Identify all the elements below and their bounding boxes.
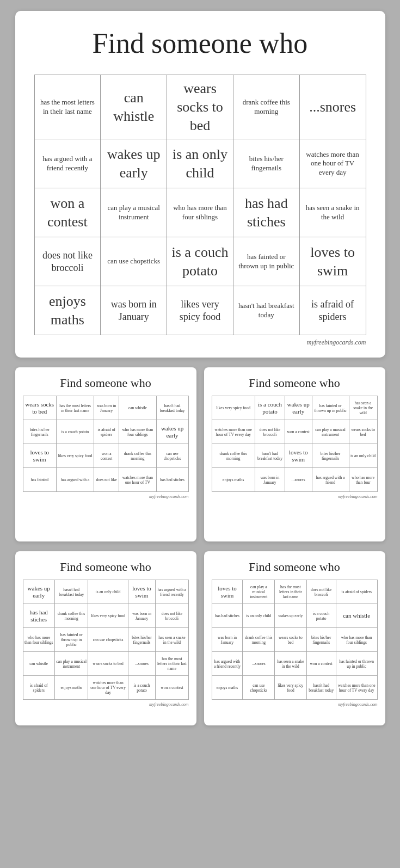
mini-3-cell-2-4: who has more than four siblings [336,628,377,652]
mini-0-cell-1-4: wakes up early [156,420,188,444]
main-cell-4-1: was born in January [101,286,167,335]
mini-2-cell-1-0: has had stiches [23,604,54,628]
mini-0-cell-3-3: watches more than one hour of TV [119,468,156,492]
mini-0-cell-2-2: won a contest [94,444,119,468]
main-cell-4-4: is afraid of spiders [299,286,366,335]
mini-1-cell-2-2: loves to swim [285,444,312,468]
mini-3-cell-1-4: can whistle [336,604,377,628]
mini-2-cell-4-1: enjoys maths [54,676,88,700]
mini-2-cell-0-3: loves to swim [128,580,156,604]
main-cell-0-2: wears socks to bed [167,75,233,139]
main-cell-3-0: does not like broccoli [34,237,101,286]
mini-2-cell-1-2: likes very spicy food [88,604,128,628]
mini-1-cell-2-3: bites his/her fingernails [312,444,349,468]
mini-3-cell-2-0: was born in January [212,628,243,652]
mini-grid-2: likes very spicy foodis a couch potatowa… [212,396,378,492]
mini-3-cell-0-4: is afraid of spiders [336,580,377,604]
mini-1-cell-1-2: won a contest [285,420,312,444]
main-cell-3-2: is a couch potato [167,237,233,286]
mini-1-cell-3-3: has argued with a friend [312,468,349,492]
main-bingo-grid: has the most letters in their last namec… [34,75,366,335]
mini-2-cell-3-4: has the most letters in their last name [156,652,188,676]
mini-0-cell-3-1: has argued with a [56,468,94,492]
mini-2-cell-2-4: has seen a snake in the wild [156,628,188,652]
main-cell-4-2: likes very spicy food [167,286,233,335]
mini-card-2: Find someone who likes very spicy foodis… [204,367,385,541]
mini-1-cell-1-3: can play a musical instrument [312,420,349,444]
mini-0-cell-2-4: can use chopsticks [156,444,188,468]
mini-0-cell-2-1: likes very spicy food [56,444,94,468]
mini-card-4: Find someone who loves to swimcan play a… [204,551,385,725]
mini-3-cell-4-0: enjoys maths [212,676,243,700]
main-cell-3-3: has fainted or thrown up in public [233,237,299,286]
mini-1-cell-0-4: has seen a snake in the wild [349,396,377,420]
mini-2-cell-0-2: is an only child [88,580,128,604]
mini-2-cell-4-2: watches more than one hour of TV every d… [88,676,128,700]
mini-1-cell-0-3: has fainted or thrown up in public [312,396,349,420]
mini-row-2: Find someone who wakes up earlyhasn't ha… [15,551,385,725]
main-cell-4-3: hasn't had breakfast today [233,286,299,335]
mini-1-cell-2-1: hasn't had breakfast today [255,444,285,468]
mini-0-cell-0-3: can whistle [119,396,156,420]
mini-3-cell-1-2: wakes up early [275,604,306,628]
mini-2-cell-0-1: hasn't had breakfast today [54,580,88,604]
mini-1-cell-1-1: does not like broccoli [255,420,285,444]
main-cell-1-4: watches more than one hour of TV every d… [299,139,366,188]
mini-watermark-1: myfreebingocards.com [23,494,189,499]
mini-1-cell-1-4: wears socks to bed [349,420,377,444]
mini-3-cell-1-0: has had stiches [212,604,243,628]
mini-grid-1: wears socks to bedhas the most letters i… [23,396,189,492]
mini-1-cell-1-0: watches more than one hour of TV every d… [212,420,255,444]
mini-2-cell-1-1: drank coffee this morning [54,604,88,628]
mini-2-cell-3-2: wears socks to bed [88,652,128,676]
mini-3-cell-4-4: watches more than one hour of TV every d… [336,676,377,700]
mini-grid-4: loves to swimcan play a musical instrume… [212,580,378,700]
mini-1-cell-0-0: likes very spicy food [212,396,255,420]
main-cell-3-4: loves to swim [299,237,366,286]
mini-3-cell-1-3: is a couch potato [306,604,336,628]
main-cell-0-3: drank coffee this morning [233,75,299,139]
mini-1-cell-0-2: wakes up early [285,396,312,420]
mini-0-cell-0-4: hasn't had breakfast today [156,396,188,420]
main-cell-1-2: is an only child [167,139,233,188]
mini-3-cell-3-0: has argued with a friend recently [212,652,243,676]
mini-2-cell-3-1: can play a musical instrument [54,652,88,676]
mini-3-cell-3-2: has seen a snake in the wild [275,652,306,676]
main-cell-2-4: has seen a snake in the wild [299,188,366,237]
mini-2-cell-4-3: is a couch potato [128,676,156,700]
mini-2-cell-2-2: can use chopsticks [88,628,128,652]
mini-1-cell-2-0: drank coffee this morning [212,444,255,468]
mini-2-cell-2-0: who has more than four siblings [23,628,54,652]
main-cell-1-3: bites his/her fingernails [233,139,299,188]
mini-2-cell-1-4: does not like broccoli [156,604,188,628]
main-cell-1-1: wakes up early [101,139,167,188]
mini-3-cell-1-1: is an only child [243,604,275,628]
mini-card-1: Find someone who wears socks to bedhas t… [15,367,196,541]
mini-0-cell-1-1: is a couch potato [56,420,94,444]
mini-2-cell-4-4: won a contest [156,676,188,700]
mini-watermark-3: myfreebingocards.com [23,702,189,707]
main-cell-0-1: can whistle [101,75,167,139]
mini-3-cell-2-2: wears socks to bed [275,628,306,652]
mini-2-cell-3-3: ...snores [128,652,156,676]
mini-watermark-4: myfreebingocards.com [212,702,378,707]
mini-2-cell-2-1: has fainted or thrown up in public [54,628,88,652]
mini-2-cell-0-4: has argued with a friend recently [156,580,188,604]
mini-title-3: Find someone who [23,560,189,574]
mini-0-cell-2-0: loves to swim [23,444,56,468]
mini-0-cell-1-2: is afraid of spiders [94,420,119,444]
mini-2-cell-2-3: bites his/her fingernails [128,628,156,652]
main-cell-2-1: can play a musical instrument [101,188,167,237]
mini-2-cell-1-3: was born in January [128,604,156,628]
mini-3-cell-0-1: can play a musical instrument [243,580,275,604]
mini-0-cell-1-3: who has more than four siblings [119,420,156,444]
mini-3-cell-0-2: has the most letters in their last name [275,580,306,604]
mini-2-cell-4-0: is afraid of spiders [23,676,54,700]
mini-0-cell-3-2: does not like [94,468,119,492]
mini-3-cell-4-2: likes very spicy food [275,676,306,700]
mini-2-cell-0-0: wakes up early [23,580,54,604]
main-cell-3-1: can use chopsticks [101,237,167,286]
mini-title-4: Find someone who [212,560,378,574]
mini-3-cell-0-0: loves to swim [212,580,243,604]
mini-0-cell-3-0: has fainted [23,468,56,492]
